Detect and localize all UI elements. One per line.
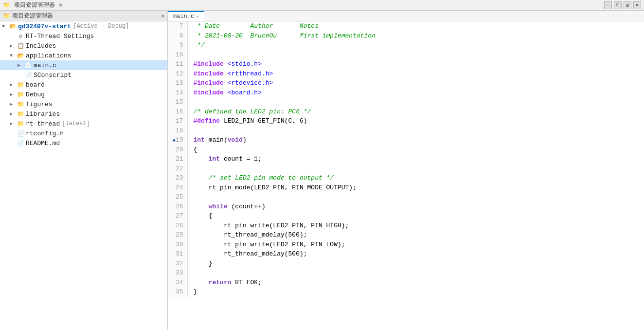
line-content[interactable]: #define LED2_PIN GET_PIN(C, 6) <box>187 116 644 126</box>
tree-item-applications[interactable]: ▼ 📂 applications <box>0 51 167 60</box>
line-number: 33 <box>168 268 187 278</box>
tree-item-board[interactable]: ▶ 📁 board <box>0 80 167 90</box>
line-number: 25 <box>168 192 187 202</box>
line-number: 27 <box>168 211 187 221</box>
tree-item-rtconfig-h[interactable]: 📄 rtconfig.h <box>0 128 167 138</box>
line-content[interactable]: /* set LED2 pin mode to output */ <box>187 173 644 183</box>
table-row: 21 int count = 1; <box>168 154 644 164</box>
line-number: 26 <box>168 202 187 212</box>
window-controls[interactable]: ─ □ ◫ ✕ <box>604 1 641 9</box>
line-content[interactable]: #include <stdio.h> <box>187 59 644 69</box>
applications-folder-icon: 📂 <box>17 52 24 59</box>
line-content[interactable]: { <box>187 211 644 221</box>
line-content[interactable]: while (count++) <box>187 202 644 212</box>
line-content[interactable]: rt_pin_write(LED2_PIN, PIN_HIGH); <box>187 221 644 231</box>
title-bar: 📁 项目资源管理器 ✕ ─ □ ◫ ✕ <box>0 0 644 11</box>
rt-thread-label: rt-thread <box>26 120 60 128</box>
line-content[interactable] <box>187 50 644 60</box>
line-content[interactable]: } <box>187 259 644 269</box>
editor-tab-main-c[interactable]: main.c ✕ <box>168 11 204 21</box>
rt-thread-settings-label: RT-Thread Settings <box>26 33 94 40</box>
tab-close-button[interactable]: ✕ <box>196 14 199 19</box>
tree-item-main-c[interactable]: ▶ 📄 main.c <box>0 60 167 70</box>
line-content[interactable] <box>187 126 644 136</box>
code-area[interactable]: 7 * Date Author Notes8 * 2021-08-20 Bruc… <box>168 21 644 330</box>
line-number: 9 <box>168 40 187 50</box>
line-number: 10 <box>168 50 187 60</box>
line-content[interactable]: #include <rtthread.h> <box>187 69 644 79</box>
line-content[interactable]: * Date Author Notes <box>187 21 644 31</box>
table-row: 35} <box>168 287 644 297</box>
line-number: 23 <box>168 173 187 183</box>
table-row: 20{ <box>168 145 644 155</box>
table-row: ◆19int main(void) <box>168 135 644 145</box>
table-row: 28 rt_pin_write(LED2_PIN, PIN_HIGH); <box>168 221 644 231</box>
settings-icon: ⚙ <box>17 32 24 40</box>
line-number: ◆19 <box>168 135 187 145</box>
table-row: 25 <box>168 192 644 202</box>
line-content[interactable]: #include <board.h> <box>187 88 644 98</box>
line-number: 34 <box>168 278 187 288</box>
line-content[interactable] <box>187 97 644 107</box>
line-content[interactable]: int main(void) <box>187 135 644 145</box>
line-content[interactable]: rt_thread_mdelay(500); <box>187 249 644 259</box>
rt-thread-folder-icon: 📁 <box>17 120 24 128</box>
line-number: 7 <box>168 21 187 31</box>
line-content[interactable] <box>187 164 644 174</box>
sconscript-icon: 📄 <box>24 71 32 79</box>
sidebar-header: 📁 项目资源管理器 ✕ <box>0 11 167 21</box>
table-row: 33 <box>168 268 644 278</box>
line-content[interactable]: /* defined the LED2 pin: PC6 */ <box>187 107 644 117</box>
table-row: 13#include <rtdevice.h> <box>168 78 644 88</box>
main-c-label: main.c <box>34 62 56 69</box>
readme-icon: 📄 <box>17 139 24 147</box>
table-row: 27 { <box>168 211 644 221</box>
minimize-button[interactable]: ─ <box>604 1 612 9</box>
table-row: 17#define LED2_PIN GET_PIN(C, 6) <box>168 116 644 126</box>
editor-panel: main.c ✕ 7 * Date Author Notes8 * 2021-0… <box>168 11 644 330</box>
line-content[interactable]: rt_pin_write(LED2_PIN, PIN_LOW); <box>187 240 644 250</box>
table-row: 31 rt_thread_mdelay(500); <box>168 249 644 259</box>
tree-item-sconscript[interactable]: 📄 SConscript <box>0 70 167 80</box>
line-content[interactable] <box>187 192 644 202</box>
line-content[interactable]: */ <box>187 40 644 50</box>
restore-button[interactable]: ◫ <box>624 1 631 9</box>
line-content[interactable] <box>187 268 644 278</box>
tree-item-figures[interactable]: ▶ 📁 figures <box>0 99 167 109</box>
table-row: 14#include <board.h> <box>168 88 644 98</box>
sidebar-close-button[interactable]: ✕ <box>161 13 164 19</box>
maximize-button[interactable]: □ <box>614 1 622 9</box>
table-row: 18 <box>168 126 644 136</box>
tree-item-readme[interactable]: 📄 README.md <box>0 138 167 148</box>
table-row: 29 rt_thread_mdelay(500); <box>168 230 644 240</box>
tree-item-includes[interactable]: ▶ 📋 Includes <box>0 41 167 51</box>
code-table: 7 * Date Author Notes8 * 2021-08-20 Bruc… <box>168 21 644 297</box>
line-content[interactable]: } <box>187 287 644 297</box>
title-bar-label: 项目资源管理器 <box>14 1 55 9</box>
line-number: 16 <box>168 107 187 117</box>
rtconfig-label: rtconfig.h <box>26 130 64 137</box>
tree-item-rt-thread-settings[interactable]: ⚙ RT-Thread Settings <box>0 31 167 41</box>
project-label: gd32407v-start <box>18 23 71 30</box>
arrow-icon: ▼ <box>2 24 9 29</box>
line-content[interactable]: #include <rtdevice.h> <box>187 78 644 88</box>
line-number: 18 <box>168 126 187 136</box>
line-number: 17 <box>168 116 187 126</box>
line-number: 28 <box>168 221 187 231</box>
tree-item-rt-thread[interactable]: ▶ 📁 rt-thread [latest] <box>0 119 167 128</box>
line-number: 11 <box>168 59 187 69</box>
tree-item-debug[interactable]: ▶ 📁 Debug <box>0 90 167 99</box>
board-label: board <box>26 81 45 89</box>
debug-arrow-icon: ▶ <box>10 92 17 97</box>
close-button[interactable]: ✕ <box>633 1 641 9</box>
line-content[interactable]: { <box>187 145 644 155</box>
tree-item-gd32407v-start[interactable]: ▼ 📂 gd32407v-start [Active - Debug] <box>0 21 167 31</box>
main-container: 📁 项目资源管理器 ✕ ▼ 📂 gd32407v-start [Active -… <box>0 11 644 330</box>
line-content[interactable]: rt_thread_mdelay(500); <box>187 230 644 240</box>
line-content[interactable]: return RT_EOK; <box>187 278 644 288</box>
line-content[interactable]: rt_pin_mode(LED2_PIN, PIN_MODE_OUTPUT); <box>187 183 644 193</box>
line-content[interactable]: int count = 1; <box>187 154 644 164</box>
line-number: 31 <box>168 249 187 259</box>
tree-item-libraries[interactable]: ▶ 📁 libraries <box>0 109 167 119</box>
line-content[interactable]: * 2021-08-20 BruceOu first implementatio… <box>187 31 644 41</box>
